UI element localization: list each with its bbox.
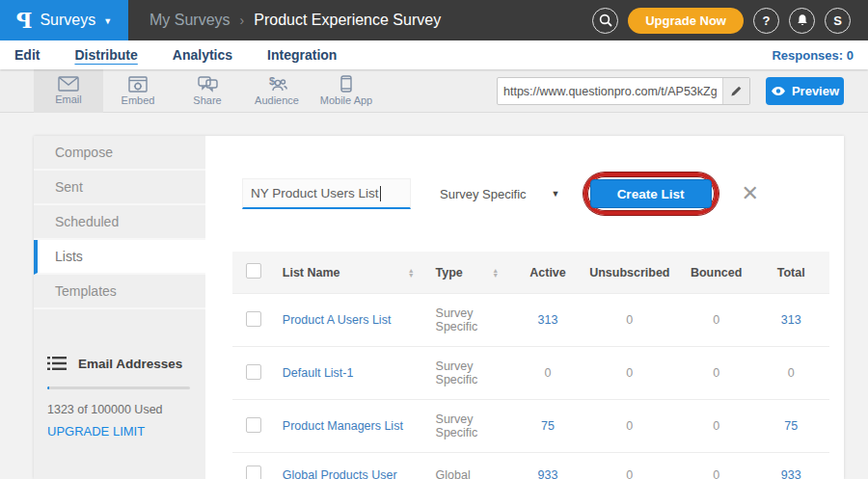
email-lists-panel: Compose Sent Scheduled Lists Templates E… xyxy=(34,136,844,479)
breadcrumb-separator: › xyxy=(240,13,245,28)
sort-icon[interactable]: ▲▼ xyxy=(408,268,415,278)
edit-url-button[interactable] xyxy=(722,78,749,104)
sidebar-item-scheduled[interactable]: Scheduled xyxy=(34,205,205,240)
question-mark-icon: ? xyxy=(763,13,771,28)
sidebar-item-compose[interactable]: Compose xyxy=(34,136,205,171)
breadcrumb-my-surveys[interactable]: My Surveys xyxy=(149,12,231,29)
column-header-list-name[interactable]: List Name xyxy=(283,266,340,279)
preview-button[interactable]: Preview xyxy=(766,77,844,105)
survey-url-input[interactable] xyxy=(498,85,722,98)
mobile-app-icon xyxy=(340,75,352,93)
channel-label: Embed xyxy=(122,94,155,106)
list-type-select[interactable]: Survey Specific ▼ xyxy=(440,187,560,201)
total-count: 0 xyxy=(788,366,795,380)
close-icon[interactable]: ✕ xyxy=(742,183,759,204)
channel-email[interactable]: Email xyxy=(34,69,103,113)
total-count[interactable]: 313 xyxy=(781,313,801,327)
search-button[interactable] xyxy=(592,8,618,34)
breadcrumb: My Surveys › Product Experience Survey xyxy=(149,12,441,29)
notifications-button[interactable] xyxy=(789,8,815,34)
column-header-bounced: Bounced xyxy=(680,252,753,294)
chevron-down-icon: ▼ xyxy=(103,16,112,26)
total-count[interactable]: 75 xyxy=(784,419,798,433)
list-icon xyxy=(47,356,67,371)
list-type: Survey Specific xyxy=(436,412,478,439)
sort-icon[interactable]: ▲▼ xyxy=(492,268,499,278)
sidebar-item-sent[interactable]: Sent xyxy=(34,171,205,205)
email-sidebar: Compose Sent Scheduled Lists Templates E… xyxy=(34,136,205,479)
avatar-initial: S xyxy=(833,13,842,28)
column-header-unsubscribed: Unsubscribed xyxy=(580,252,680,294)
breadcrumb-current-survey: Product Experience Survey xyxy=(254,12,441,29)
channel-audience[interactable]: $ Audience xyxy=(242,69,312,113)
unsubscribed-count: 0 xyxy=(626,468,633,479)
column-header-type[interactable]: Type xyxy=(436,266,463,279)
bounced-count: 0 xyxy=(713,419,719,433)
sidebar-item-lists[interactable]: Lists xyxy=(34,240,205,275)
sidebar-item-templates[interactable]: Templates xyxy=(34,275,205,309)
list-name-link[interactable]: Product Managers List xyxy=(283,419,403,433)
active-count: 0 xyxy=(545,366,552,380)
list-type-value: Survey Specific xyxy=(440,187,527,201)
email-icon xyxy=(58,76,79,92)
active-count[interactable]: 75 xyxy=(541,419,555,433)
tab-distribute[interactable]: Distribute xyxy=(74,45,137,65)
unsubscribed-count: 0 xyxy=(626,313,633,327)
unsubscribed-count: 0 xyxy=(626,419,633,433)
header-actions: Upgrade Now ? S xyxy=(592,0,851,40)
list-name-input[interactable]: NY Product Users List xyxy=(242,178,411,209)
select-all-checkbox[interactable] xyxy=(246,263,261,279)
row-checkbox[interactable] xyxy=(246,466,261,479)
create-list-button[interactable]: Create List xyxy=(590,179,712,208)
upgrade-now-button[interactable]: Upgrade Now xyxy=(628,8,744,34)
channel-label: Audience xyxy=(255,94,299,106)
row-checkbox[interactable] xyxy=(246,417,261,433)
account-avatar[interactable]: S xyxy=(825,8,851,34)
preview-label: Preview xyxy=(792,84,839,98)
channel-label: Email xyxy=(55,93,82,105)
embed-icon xyxy=(128,76,148,93)
column-header-active: Active xyxy=(516,252,580,294)
tab-analytics[interactable]: Analytics xyxy=(173,45,232,65)
list-name-link[interactable]: Default List-1 xyxy=(283,366,354,380)
unsubscribed-count: 0 xyxy=(626,366,633,380)
channel-mobile-app[interactable]: Mobile App xyxy=(312,69,381,113)
tab-integration[interactable]: Integration xyxy=(267,45,337,65)
row-checkbox[interactable] xyxy=(246,364,261,380)
table-header-row: List Name▲▼ Type▲▼ Active Unsubscribed B… xyxy=(232,252,829,294)
channel-share[interactable]: Share xyxy=(173,69,242,113)
upgrade-limit-link[interactable]: UPGRADE LIMIT xyxy=(47,424,145,439)
tab-edit[interactable]: Edit xyxy=(14,45,40,65)
total-count[interactable]: 933 xyxy=(781,468,801,479)
red-highlight-annotation: Create List xyxy=(583,173,719,215)
help-button[interactable]: ? xyxy=(753,8,779,34)
survey-tabs: Edit Distribute Analytics Integration Re… xyxy=(0,40,868,69)
page-background: Compose Sent Scheduled Lists Templates E… xyxy=(0,113,868,479)
active-count[interactable]: 933 xyxy=(538,468,558,479)
pencil-icon xyxy=(730,85,743,97)
top-header: P Surveys ▼ My Surveys › Product Experie… xyxy=(0,0,868,40)
row-checkbox[interactable] xyxy=(246,311,261,327)
active-count[interactable]: 313 xyxy=(538,313,558,327)
table-row: Product A Users List Survey Specific 313… xyxy=(232,294,829,347)
svg-text:$: $ xyxy=(269,76,275,87)
surveys-product-menu[interactable]: P Surveys ▼ xyxy=(0,0,128,40)
bounced-count: 0 xyxy=(713,313,719,327)
email-lists-table: List Name▲▼ Type▲▼ Active Unsubscribed B… xyxy=(232,252,829,479)
channel-embed[interactable]: Embed xyxy=(103,69,173,113)
product-label: Surveys xyxy=(40,12,95,29)
email-usage-progress-fill xyxy=(47,386,49,389)
bounced-count: 0 xyxy=(713,468,719,479)
table-row: Global Products User Global 933 0 0 933 xyxy=(232,453,829,479)
list-name-link[interactable]: Product A Users List xyxy=(283,313,392,327)
email-addresses-title: Email Addresses xyxy=(78,357,182,371)
responses-count[interactable]: Responses: 0 xyxy=(772,48,854,63)
table-row: Product Managers List Survey Specific 75… xyxy=(232,400,829,453)
survey-url-field xyxy=(497,77,750,105)
list-name-link[interactable]: Global Products User xyxy=(283,468,397,479)
create-list-row: NY Product Users List Survey Specific ▼ … xyxy=(242,173,829,215)
search-icon xyxy=(599,13,612,27)
distribute-toolbar: Email Embed Share $ Audience Mobile App … xyxy=(0,69,868,113)
list-type: Global xyxy=(436,468,471,479)
list-name-value: NY Product Users List xyxy=(251,186,379,200)
